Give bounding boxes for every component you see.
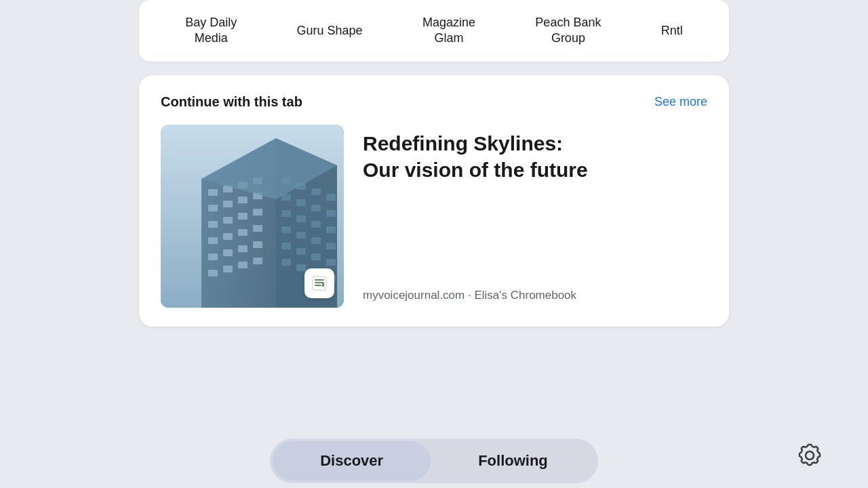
svg-rect-17 xyxy=(238,229,248,236)
svg-rect-24 xyxy=(223,266,233,272)
source-rntl[interactable]: Rntl xyxy=(653,20,691,41)
svg-rect-34 xyxy=(326,210,336,217)
svg-rect-40 xyxy=(296,232,306,239)
svg-rect-18 xyxy=(253,225,262,232)
continue-header: Continue with this tab See more xyxy=(161,94,707,110)
svg-rect-20 xyxy=(223,249,233,256)
svg-rect-38 xyxy=(326,226,336,233)
svg-rect-33 xyxy=(311,205,321,211)
svg-rect-22 xyxy=(253,241,262,248)
source-peach-bank-group[interactable]: Peach Bank Group xyxy=(527,12,609,49)
article-content: Redefining Skylines: Our vision of the f… xyxy=(363,125,707,308)
svg-rect-53 xyxy=(315,279,324,281)
settings-button[interactable] xyxy=(792,438,827,473)
svg-rect-46 xyxy=(326,259,336,266)
svg-rect-39 xyxy=(281,226,291,233)
svg-rect-15 xyxy=(208,237,218,244)
article-icon xyxy=(311,274,328,292)
svg-rect-14 xyxy=(253,209,262,216)
svg-rect-9 xyxy=(238,197,248,203)
svg-rect-44 xyxy=(296,248,306,255)
page-container: Bay Daily Media Guru Shape Magazine Glam… xyxy=(0,0,868,488)
source-magazine-glam[interactable]: Magazine Glam xyxy=(414,12,484,49)
svg-rect-36 xyxy=(296,216,306,222)
svg-rect-55 xyxy=(315,285,321,286)
sources-strip: Bay Daily Media Guru Shape Magazine Glam… xyxy=(139,0,729,62)
svg-rect-16 xyxy=(223,233,233,240)
nav-tabs-container: Discover Following xyxy=(270,439,598,483)
svg-rect-23 xyxy=(208,270,218,277)
gear-icon xyxy=(793,439,826,472)
svg-rect-48 xyxy=(296,264,306,271)
source-bay-daily-media[interactable]: Bay Daily Media xyxy=(177,12,245,49)
svg-rect-54 xyxy=(315,282,324,283)
continue-title: Continue with this tab xyxy=(161,94,302,110)
svg-rect-12 xyxy=(223,217,233,224)
svg-rect-32 xyxy=(296,199,306,206)
svg-rect-43 xyxy=(281,243,291,249)
article-icon-badge xyxy=(304,268,334,298)
tab-discover[interactable]: Discover xyxy=(273,441,431,481)
source-guru-shape[interactable]: Guru Shape xyxy=(289,20,371,41)
svg-rect-25 xyxy=(238,262,248,268)
svg-rect-21 xyxy=(238,245,248,252)
article-row: Redefining Skylines: Our vision of the f… xyxy=(161,125,707,308)
svg-rect-45 xyxy=(311,253,321,260)
article-headline[interactable]: Redefining Skylines: Our vision of the f… xyxy=(363,130,707,183)
svg-rect-3 xyxy=(208,189,218,196)
svg-rect-19 xyxy=(208,253,218,260)
svg-rect-41 xyxy=(311,237,321,244)
see-more-link[interactable]: See more xyxy=(654,95,707,109)
svg-rect-11 xyxy=(208,221,218,228)
svg-rect-35 xyxy=(281,210,291,217)
svg-rect-26 xyxy=(253,258,262,264)
svg-rect-47 xyxy=(281,259,291,266)
svg-rect-29 xyxy=(311,188,321,195)
bottom-nav: Discover Following xyxy=(0,427,868,488)
svg-rect-8 xyxy=(223,201,233,207)
svg-rect-7 xyxy=(208,205,218,211)
article-meta: myvoicejournal.com · Elisa's Chromebook xyxy=(363,289,707,308)
svg-rect-30 xyxy=(326,194,336,201)
svg-rect-56 xyxy=(322,283,324,287)
svg-rect-37 xyxy=(311,221,321,228)
continue-card: Continue with this tab See more xyxy=(139,75,729,327)
svg-rect-42 xyxy=(326,243,336,249)
article-thumbnail[interactable] xyxy=(161,125,344,308)
svg-rect-13 xyxy=(238,213,248,220)
tab-following[interactable]: Following xyxy=(431,441,595,481)
